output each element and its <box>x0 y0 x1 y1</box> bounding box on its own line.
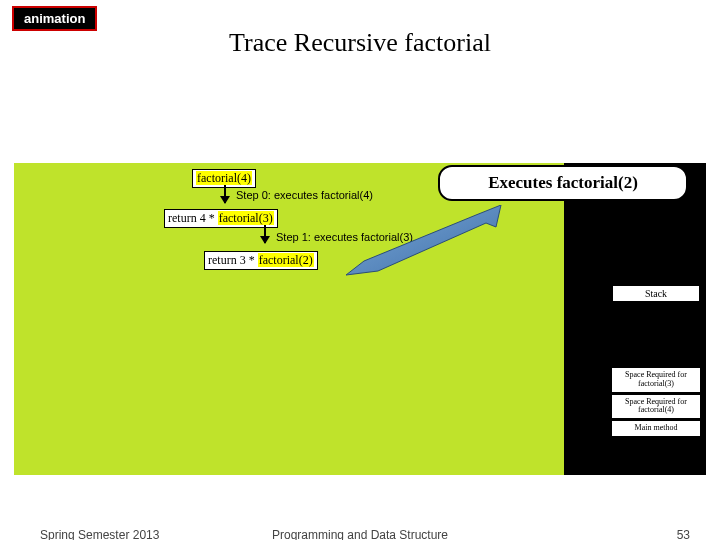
return-3-times-f2: return 3 * factorial(2) <box>204 251 318 270</box>
slide-title: Trace Recursive factorial <box>0 28 720 58</box>
stack-frame: Main method <box>612 421 700 436</box>
divider <box>0 155 720 163</box>
trace-canvas: factorial(4) Step 0: executes factorial(… <box>14 155 564 475</box>
callout-bubble: Executes factorial(2) <box>438 165 688 201</box>
arrow-icon <box>224 185 226 203</box>
stack-frame: Space Required for factorial(4) <box>612 395 700 419</box>
arrow-icon <box>264 225 266 243</box>
callout-arrow-icon <box>346 205 506 285</box>
step-0-label: Step 0: executes factorial(4) <box>236 189 373 201</box>
page-number: 53 <box>677 528 690 540</box>
footer-course: Programming and Data Structure <box>0 528 720 540</box>
svg-marker-0 <box>346 205 501 275</box>
stack-panel: Stack Space Required for factorial(3) Sp… <box>612 285 700 436</box>
stack-frame: Space Required for factorial(3) <box>612 368 700 392</box>
return-4-times-f3: return 4 * factorial(3) <box>164 209 278 228</box>
trace-diagram: factorial(4) Step 0: executes factorial(… <box>14 155 706 475</box>
stack-title: Stack <box>612 285 700 302</box>
